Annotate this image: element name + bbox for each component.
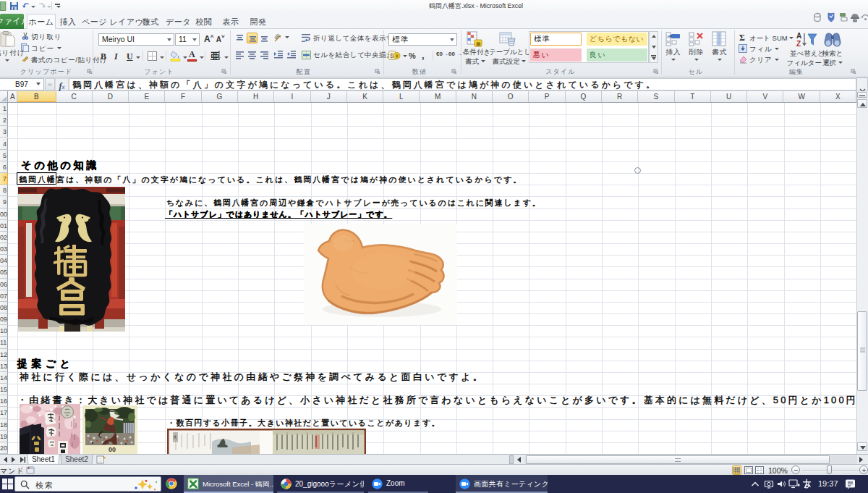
svg-text:亜: 亜 — [210, 51, 220, 62]
svg-text:00: 00 — [109, 446, 116, 453]
svg-text:ab: ab — [273, 33, 281, 41]
svg-text:$: $ — [390, 52, 393, 59]
svg-text:¥: ¥ — [396, 53, 399, 59]
svg-text:▦: ▦ — [476, 41, 481, 46]
svg-text:A: A — [796, 32, 801, 40]
svg-text:Z: Z — [796, 40, 801, 48]
svg-text:大: 大 — [173, 434, 177, 439]
